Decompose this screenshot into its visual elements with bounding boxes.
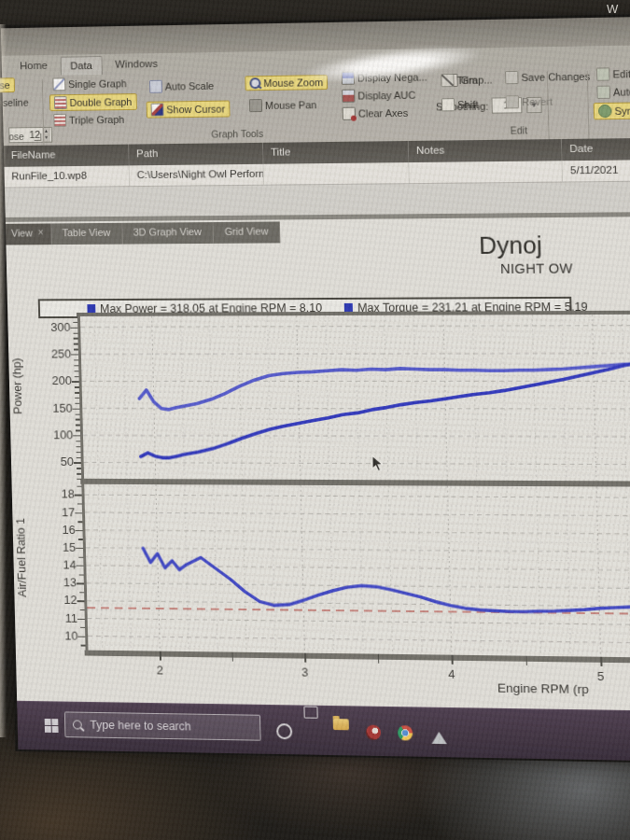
taskbar-search[interactable]	[64, 711, 261, 740]
x-tick-label: 3	[301, 665, 309, 679]
graph-panel: View × Table View 3D Graph View Grid Vie…	[6, 217, 630, 711]
y-tick-mark	[76, 430, 80, 431]
tab-data[interactable]: Data	[60, 56, 103, 75]
tab-3d-graph-view[interactable]: 3D Graph View	[122, 222, 214, 245]
y-tick-label: 10	[43, 628, 77, 642]
y-tick-mark	[75, 512, 82, 513]
cut-button-top[interactable]: ose	[0, 77, 15, 92]
search-input[interactable]	[88, 718, 238, 735]
save-changes-button[interactable]: Save Changes	[501, 69, 594, 86]
background-wall-text: W	[607, 2, 618, 16]
y-tick-label: 100	[38, 427, 73, 441]
graph-tools-group-label: Graph Tools	[211, 128, 263, 140]
tab-grid-view[interactable]: Grid View	[213, 221, 280, 243]
col-filename[interactable]: FileName	[4, 145, 130, 167]
chrome-icon[interactable]	[398, 725, 413, 740]
y-tick-mark	[79, 592, 84, 593]
file-explorer-icon[interactable]	[333, 719, 349, 730]
close-tab-icon[interactable]: ×	[37, 227, 43, 245]
y-tick-mark	[75, 376, 79, 377]
col-path[interactable]: Path	[129, 143, 263, 166]
y-tick-mark	[76, 446, 80, 447]
y-tick-mark	[78, 539, 83, 539]
y-tick-mark	[74, 338, 78, 339]
mouse-pan-button[interactable]: Mouse Pan	[245, 97, 321, 113]
y-tick-label: 14	[41, 557, 76, 571]
y-tick-mark	[77, 636, 85, 637]
trim-button[interactable]: Trim	[437, 73, 481, 89]
ribbon: Home Data Windows ose aseline 12 ▲▼ Sing…	[2, 45, 630, 147]
y-tick-mark	[76, 413, 80, 414]
y-tick-mark	[77, 618, 85, 619]
y-tick-label: 18	[40, 487, 75, 501]
y-tick-label: 13	[42, 575, 77, 589]
auto-s-button[interactable]: Auto S	[593, 84, 630, 100]
col-title[interactable]: Title	[263, 141, 409, 164]
y-tick-mark	[75, 398, 79, 399]
y-tick-mark	[72, 381, 79, 382]
mouse-pan-icon	[249, 99, 262, 112]
y-tick-mark	[77, 452, 81, 453]
y-tick-label: 16	[41, 523, 76, 537]
red-app-icon[interactable]	[366, 725, 381, 740]
single-graph-icon	[52, 77, 65, 91]
revert-button[interactable]: Revert	[502, 94, 557, 110]
auto-scale-button[interactable]: Auto Scale	[146, 78, 217, 94]
y-tick-label: 17	[40, 505, 75, 519]
y-tick-mark	[77, 504, 82, 505]
y-tick-mark	[76, 530, 83, 531]
cortana-icon[interactable]	[276, 723, 292, 739]
y-tick-mark	[79, 574, 84, 575]
y-tick-mark	[77, 601, 85, 602]
y-tick-mark	[76, 419, 80, 420]
single-graph-button[interactable]: Single Graph	[49, 76, 130, 91]
sync-w-button[interactable]: Sync W	[594, 102, 630, 119]
y-tick-mark	[78, 556, 83, 557]
y-tick-label: 11	[43, 610, 77, 624]
col-date[interactable]: Date	[562, 138, 630, 161]
edit-graph-button[interactable]: Edit Gr	[593, 66, 630, 82]
mouse-cursor-icon	[371, 455, 386, 473]
x-tick-mark	[160, 651, 161, 661]
triangle-app-icon[interactable]	[431, 732, 446, 744]
start-button[interactable]	[45, 719, 59, 733]
triple-graph-button[interactable]: Triple Graph	[49, 112, 128, 128]
view-tab-strip: View × Table View 3D Graph View Grid Vie…	[6, 221, 281, 245]
show-cursor-icon	[151, 104, 164, 117]
tab-windows[interactable]: Windows	[105, 55, 167, 75]
cell-title	[263, 162, 409, 185]
tab-home[interactable]: Home	[10, 57, 57, 76]
y-tick-mark	[75, 403, 79, 404]
col-notes[interactable]: Notes	[409, 139, 563, 162]
y-tick-label: 300	[35, 320, 70, 334]
display-auc-button[interactable]: Display AUC	[338, 88, 419, 104]
tab-table-view[interactable]: Table View	[51, 223, 123, 245]
trim-icon	[441, 74, 454, 87]
y-tick-mark	[73, 322, 77, 323]
y-tick-mark	[77, 583, 84, 584]
afr-chart[interactable]	[81, 484, 630, 658]
cut-group-label: ose	[8, 131, 24, 142]
task-view-icon[interactable]	[303, 707, 317, 719]
legend-square-icon	[87, 304, 95, 313]
legend-square-icon	[344, 303, 353, 312]
shift-button[interactable]: Shift	[438, 97, 483, 113]
y-tick-mark	[74, 359, 78, 360]
power-torque-chart[interactable]	[77, 315, 630, 482]
y-tick-mark	[77, 486, 81, 487]
show-cursor-button[interactable]: Show Cursor	[147, 101, 231, 119]
y-tick-label: 150	[37, 401, 72, 415]
y-tick-mark	[70, 328, 77, 329]
display-negative-icon	[342, 72, 355, 85]
y-tick-mark	[73, 408, 80, 409]
y-tick-mark	[76, 548, 83, 549]
double-graph-button[interactable]: Double Graph	[49, 93, 137, 111]
y-tick-label: 15	[41, 540, 76, 554]
display-negative-button[interactable]: Display Nega...	[338, 69, 431, 86]
display-auc-icon	[342, 90, 355, 103]
dialog-launcher-icon[interactable]	[34, 133, 41, 141]
tab-graph-view[interactable]: View ×	[6, 223, 51, 245]
mouse-zoom-button[interactable]: Mouse Zoom	[245, 75, 328, 91]
clear-axes-button[interactable]: Clear Axes	[339, 105, 413, 121]
y-tick-mark	[77, 479, 81, 480]
